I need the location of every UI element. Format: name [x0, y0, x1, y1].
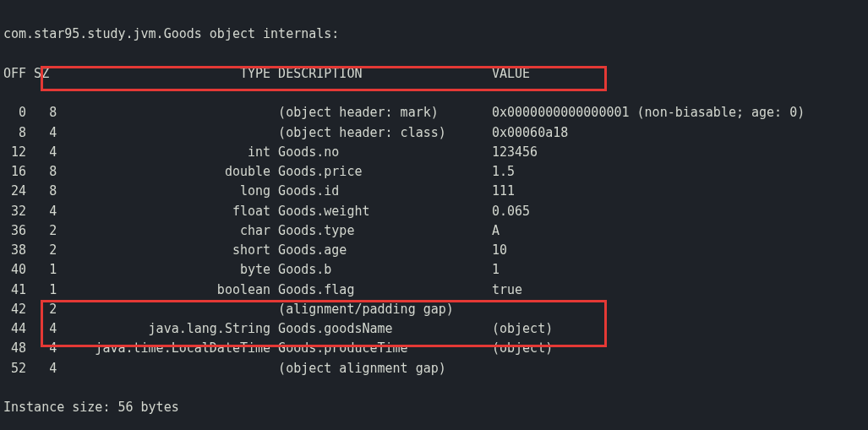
- table-row: 48 4 java.time.LocalDateTime Goods.produ…: [3, 339, 865, 358]
- table-row: 38 2 short Goods.age 10: [3, 241, 865, 260]
- table-row: 40 1 byte Goods.b 1: [3, 260, 865, 280]
- table-row: 16 8 double Goods.price 1.5: [3, 162, 865, 182]
- table-row: 52 4 (object alignment gap): [3, 359, 865, 378]
- table-row: 12 4 int Goods.no 123456: [3, 143, 865, 162]
- table-row: 32 4 float Goods.weight 0.065: [3, 202, 865, 221]
- table-row: 0 8 (object header: mark) 0x000000000000…: [3, 103, 865, 122]
- header-row: OFF SZ TYPE DESCRIPTION VALUE: [3, 64, 865, 84]
- table-row: 44 4 java.lang.String Goods.goodsName (o…: [3, 319, 865, 339]
- table-row: 42 2 (alignment/padding gap): [3, 300, 865, 319]
- terminal-output: com.star95.study.jvm.Goods object intern…: [0, 0, 868, 430]
- table-row: 41 1 boolean Goods.flag true: [3, 280, 865, 300]
- instance-size-line: Instance size: 56 bytes: [3, 398, 865, 417]
- table-row: 24 8 long Goods.id 111: [3, 182, 865, 201]
- title-line: com.star95.study.jvm.Goods object intern…: [3, 24, 865, 44]
- table-row: 8 4 (object header: class) 0x00060a18: [3, 123, 865, 143]
- table-row: 36 2 char Goods.type A: [3, 221, 865, 241]
